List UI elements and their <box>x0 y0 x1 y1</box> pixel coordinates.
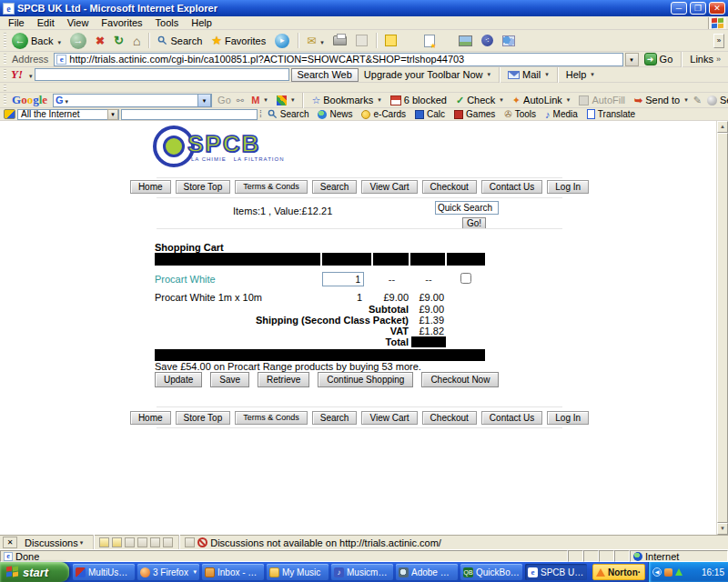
google-search-dropdown[interactable]: ▾ <box>197 94 211 107</box>
nav-search[interactable]: Search <box>312 411 358 425</box>
ati-translate-button[interactable]: Translate <box>583 108 639 120</box>
discuss-button[interactable] <box>381 34 400 47</box>
nav-checkout[interactable]: Checkout <box>422 180 477 194</box>
search-button[interactable]: Search <box>154 35 206 47</box>
autolink-button[interactable]: ✦AutoLink <box>509 94 574 107</box>
scroll-up-arrow[interactable]: ▲ <box>717 121 728 133</box>
research-button[interactable] <box>455 35 476 47</box>
discussions-button[interactable]: Discussions <box>20 537 87 548</box>
nav-checkout[interactable]: Checkout <box>422 411 477 425</box>
yahoo-logo[interactable]: Y! <box>8 67 25 82</box>
ati-search-button[interactable]: Search <box>264 108 313 120</box>
yahoo-search-web-button[interactable]: Search Web <box>291 68 359 82</box>
empty-grip[interactable] <box>4 85 6 91</box>
menu-file[interactable]: File <box>2 17 31 28</box>
google-search-input[interactable] <box>68 95 197 105</box>
links-chevron[interactable]: » <box>716 55 721 64</box>
add-favorite-button[interactable] <box>420 34 439 48</box>
mail-button[interactable]: ✉ <box>303 34 328 48</box>
menu-help[interactable]: Help <box>185 17 218 28</box>
nav-terms[interactable]: Terms & Conds <box>235 180 308 194</box>
google-go-button[interactable]: Go <box>214 94 235 106</box>
nav-view-cart[interactable]: View Cart <box>361 411 417 425</box>
yahoo-upgrade-button[interactable]: Upgrade your Toolbar Now <box>360 68 494 81</box>
contacts-button[interactable] <box>499 35 519 47</box>
toolbar-grip[interactable] <box>4 33 6 47</box>
product-link[interactable]: Procart White <box>155 274 322 285</box>
retrieve-button[interactable]: Retrieve <box>258 372 309 387</box>
ati-search-input[interactable] <box>121 109 258 120</box>
update-button[interactable]: Update <box>155 372 202 387</box>
back-button[interactable]: ← Back <box>8 32 65 50</box>
gmail-button[interactable]: M <box>248 94 271 106</box>
nav-search[interactable]: Search <box>312 180 358 194</box>
address-input[interactable] <box>69 54 620 65</box>
menu-tools[interactable]: Tools <box>149 17 186 28</box>
address-dropdown[interactable]: ▾ <box>625 53 639 66</box>
yahoo-grip[interactable] <box>4 69 6 79</box>
addressbar-grip[interactable] <box>4 54 6 64</box>
ati-scope-select[interactable]: All the Internet ▾ <box>17 109 119 120</box>
scrollbar-thumb[interactable] <box>717 133 728 523</box>
mail-dropdown[interactable] <box>318 35 324 46</box>
tray-update-icon[interactable] <box>675 568 682 576</box>
tray-alert-icon[interactable] <box>664 568 672 577</box>
nav-terms[interactable]: Terms & Conds <box>235 411 308 425</box>
new-discussion-icon[interactable] <box>99 537 109 547</box>
edit-button[interactable] <box>352 34 371 47</box>
popup-blocker-button[interactable]: 6 blocked <box>387 94 450 106</box>
task-musicmatch[interactable]: ♪Musicmatch J... <box>331 564 393 580</box>
favorites-button[interactable]: ★ Favorites <box>207 33 269 48</box>
task-my-music[interactable]: My Music <box>267 564 329 580</box>
highlighter-icon[interactable]: ✎ <box>693 95 702 106</box>
ati-games-button[interactable]: Games <box>450 108 499 120</box>
start-button[interactable]: start <box>0 562 69 582</box>
nav-contact-us[interactable]: Contact Us <box>481 180 542 194</box>
vertical-scrollbar[interactable]: ▲ ▼ <box>716 121 728 535</box>
delete-checkbox[interactable] <box>460 273 471 284</box>
save-button[interactable]: Save <box>210 372 249 387</box>
discussion-close-button[interactable]: ✕ <box>3 537 17 548</box>
home-button[interactable]: ⌂ <box>129 33 144 49</box>
task-inbox[interactable]: Inbox - Micro... <box>202 564 264 580</box>
send-to-button[interactable]: ➥Send to <box>631 94 692 107</box>
continue-shopping-button[interactable]: Continue Shopping <box>318 372 413 387</box>
nav-view-cart[interactable]: View Cart <box>361 180 417 194</box>
back-dropdown[interactable] <box>56 35 61 46</box>
task-adobe[interactable]: Adobe Photo... <box>396 564 458 580</box>
close-button[interactable]: ✕ <box>709 2 725 15</box>
norton-alert[interactable]: Norton· <box>592 564 645 580</box>
scroll-down-arrow[interactable]: ▼ <box>717 523 728 535</box>
yahoo-logo-dropdown[interactable] <box>27 69 33 80</box>
quick-search-input[interactable] <box>435 201 499 215</box>
tray-collapse-icon[interactable]: ◀ <box>652 567 662 577</box>
task-firefox-group[interactable]: 3 Firefox▾ <box>137 564 199 580</box>
task-spcb-active[interactable]: eSPCB UK Ltd ... <box>525 564 587 580</box>
task-quickbooks[interactable]: QBQuickBooks P... <box>460 564 522 580</box>
print-button[interactable] <box>329 35 350 46</box>
nav-log-in[interactable]: Log In <box>547 411 589 425</box>
checkout-now-button[interactable]: Checkout Now <box>421 372 499 387</box>
google-apps-button[interactable] <box>273 95 298 106</box>
ati-tools-button[interactable]: ✇Tools <box>500 108 540 120</box>
nav-store-top[interactable]: Store Top <box>176 411 231 425</box>
yahoo-search-input[interactable] <box>35 68 289 81</box>
toolbar-overflow-chevron[interactable]: » <box>713 34 724 48</box>
nav-contact-us[interactable]: Contact Us <box>481 411 542 425</box>
ati-calc-button[interactable]: Calc <box>411 108 449 120</box>
minimize-button[interactable]: ─ <box>671 2 687 15</box>
ati-media-button[interactable]: ♪Media <box>541 108 581 121</box>
forward-button[interactable]: → <box>66 32 90 50</box>
nav-store-top[interactable]: Store Top <box>176 180 231 194</box>
ati-scope-dropdown[interactable]: ▾ <box>107 109 118 120</box>
nav-log-in[interactable]: Log In <box>547 180 589 194</box>
stop-button[interactable]: ✖ <box>92 34 108 48</box>
yahoo-help-button[interactable]: Help <box>562 68 598 81</box>
bookmarks-button[interactable]: ☆Bookmarks <box>308 94 384 107</box>
refresh-button[interactable]: ↻ <box>110 33 127 48</box>
google-settings-button[interactable]: Settings <box>703 94 728 106</box>
reply-discussion-icon[interactable] <box>112 537 122 547</box>
nav-home[interactable]: Home <box>130 180 171 194</box>
spellcheck-button[interactable]: ✓Check <box>452 94 507 107</box>
menu-favorites[interactable]: Favorites <box>95 17 148 28</box>
